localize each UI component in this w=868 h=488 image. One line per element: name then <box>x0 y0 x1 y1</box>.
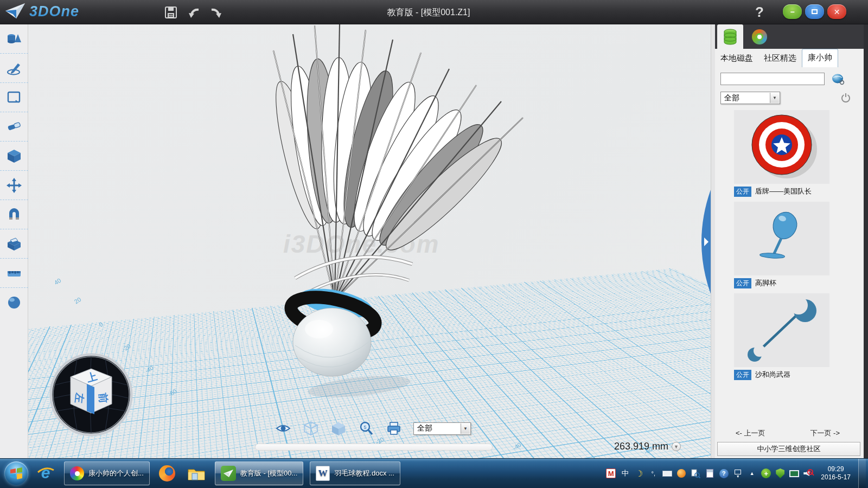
library-sidebar: 本地磁盘 社区精选 康小帅 全部 ▼ <box>715 24 864 458</box>
viewport-3d[interactable]: 40 20 0 -20 -40 -60 -20 -40 -60 i3DOne.c… <box>28 24 711 458</box>
network-tray-icon[interactable] <box>789 468 799 478</box>
prev-page-link[interactable]: <- 上一页 <box>736 428 765 438</box>
svg-text:e: e <box>41 464 50 481</box>
volume-muted-icon[interactable] <box>803 468 813 478</box>
public-badge[interactable]: 公开 <box>734 370 751 380</box>
save-button[interactable] <box>163 4 179 21</box>
maximize-button[interactable] <box>805 4 824 19</box>
ime-punctuation-indicator[interactable]: °, <box>648 468 658 478</box>
zoom-button[interactable]: 5 <box>358 420 374 436</box>
feature-cube-icon <box>6 148 22 164</box>
show-hidden-icons-button[interactable]: ▲ <box>747 468 757 478</box>
tool-eraser[interactable] <box>0 112 28 142</box>
model-name[interactable]: 高脚杯 <box>755 278 776 288</box>
search-input[interactable] <box>720 73 825 85</box>
community-site-button[interactable]: 中小学三维创意社区 <box>717 442 860 456</box>
viewport-scrollbar[interactable] <box>255 444 493 451</box>
undo-button[interactable] <box>186 4 202 21</box>
taskbar-app-browser[interactable]: 康小帅的个人创... <box>64 461 150 485</box>
tool-feature[interactable] <box>0 142 28 171</box>
next-page-link[interactable]: 下一页 -> <box>810 428 840 438</box>
svg-text:5: 5 <box>363 425 366 430</box>
redo-button[interactable] <box>208 4 224 21</box>
moon-tray-icon[interactable]: ☽ <box>634 468 644 478</box>
sketch-icon <box>6 60 22 76</box>
3done-app-icon <box>221 466 236 481</box>
taskbar-app-3done[interactable]: 教育版 - [模型00... <box>215 461 303 485</box>
tool-combine[interactable] <box>0 229 28 259</box>
dimension-readout: 263.919 mm ▼ <box>614 441 681 452</box>
search-doc-tray-icon[interactable] <box>691 468 700 478</box>
model-name[interactable]: 盾牌——美国队长 <box>755 187 812 196</box>
taskbar-clock[interactable]: 09:29 2016-5-17 <box>821 465 851 481</box>
measure-icon <box>6 265 22 281</box>
guard-shield-tray-icon[interactable] <box>775 468 785 478</box>
close-button[interactable]: ✕ <box>827 4 846 19</box>
search-row <box>720 72 858 86</box>
window-edge <box>864 24 868 458</box>
help-tray-icon[interactable]: ? <box>719 468 729 478</box>
taskbar-app-word[interactable]: W 羽毛球教程.docx ... <box>310 461 400 485</box>
start-button[interactable] <box>4 461 28 485</box>
window-tray-icon[interactable]: ▼ <box>733 468 743 478</box>
wireframe-view-button[interactable] <box>303 420 319 436</box>
minimize-glyph: − <box>790 8 794 16</box>
chevron-down-icon: ▼ <box>461 423 470 434</box>
nav-tab-community-picks[interactable]: 社区精选 <box>758 50 802 66</box>
nav-tab-local-disk[interactable]: 本地磁盘 <box>715 50 758 66</box>
model-list: 公开 盾牌——美国队长 公开 <box>715 110 864 425</box>
ime-indicator[interactable]: 中 <box>620 468 630 478</box>
move-icon <box>6 177 22 194</box>
tab-community[interactable] <box>745 24 774 49</box>
tool-sketch-edit[interactable] <box>0 83 28 112</box>
viewport-toolbar: 5 全部 ▼ <box>275 420 471 436</box>
tool-sketch[interactable] <box>0 54 28 83</box>
firefox-button[interactable] <box>155 461 179 486</box>
primitives-icon <box>6 31 22 47</box>
dimension-zoom-icon[interactable]: ▼ <box>672 442 681 451</box>
model-name[interactable]: 沙和尚武器 <box>755 370 790 380</box>
thumbnail-goblet[interactable] <box>734 202 829 275</box>
viewcube-left-label: 左 <box>73 392 86 404</box>
ime-keyboard-icon[interactable] <box>662 468 672 478</box>
thumbnail-monk-spade[interactable] <box>734 293 829 367</box>
combine-icon <box>6 236 22 252</box>
tab-model-library[interactable] <box>717 24 743 49</box>
nav-tab-user[interactable]: 康小帅 <box>802 49 838 67</box>
tool-measure[interactable] <box>0 259 28 288</box>
view-cube[interactable]: 上 左 前 <box>49 352 133 437</box>
power-icon[interactable] <box>841 93 851 102</box>
ime-skin-icon[interactable] <box>676 468 686 478</box>
tool-render[interactable] <box>0 288 28 317</box>
viewcube-blue-edge <box>87 384 94 414</box>
category-filter-select[interactable]: 全部 ▼ <box>720 92 780 104</box>
show-desktop-button[interactable] <box>858 459 866 488</box>
print-button[interactable] <box>386 420 402 436</box>
left-toolbar <box>0 24 28 458</box>
file-explorer-button[interactable] <box>184 461 208 486</box>
tool-primitives[interactable] <box>0 24 28 54</box>
minimize-button[interactable]: − <box>783 4 802 19</box>
shaded-view-button[interactable] <box>330 420 347 436</box>
folder-icon <box>187 466 206 481</box>
help-button[interactable]: ? <box>751 2 768 22</box>
sidebar-nav-tabs: 本地磁盘 社区精选 康小帅 <box>715 49 864 67</box>
search-globe-icon[interactable] <box>831 72 845 86</box>
thumbnail-captain-america-shield[interactable] <box>734 110 829 184</box>
display-filter-select[interactable]: 全部 ▼ <box>413 422 471 435</box>
internet-explorer-button[interactable]: e <box>34 461 58 486</box>
mathtype-tray-icon[interactable]: M <box>606 468 616 478</box>
visibility-eye-button[interactable] <box>275 420 291 436</box>
magnet-icon <box>6 207 22 223</box>
tool-magnet[interactable] <box>0 200 28 229</box>
panel-divider <box>711 24 715 458</box>
tool-move[interactable] <box>0 171 28 200</box>
notes-tray-icon[interactable] <box>705 468 714 478</box>
antivirus-tray-icon[interactable]: + <box>761 468 771 478</box>
public-badge[interactable]: 公开 <box>734 187 751 197</box>
public-badge[interactable]: 公开 <box>734 278 751 288</box>
render-sphere-icon <box>6 294 22 311</box>
taskbar-app-label: 教育版 - [模型00... <box>240 468 297 478</box>
logo-text: 3DOne <box>29 3 79 20</box>
panel-collapse-handle[interactable] <box>698 190 711 294</box>
